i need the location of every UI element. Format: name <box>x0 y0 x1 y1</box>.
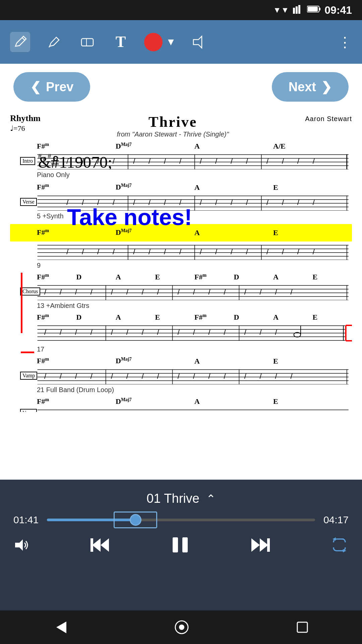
svg-text:/: / <box>148 248 151 256</box>
svg-marker-177 <box>15 539 23 551</box>
svg-marker-184 <box>260 538 268 552</box>
staff-row-verse1: F#m DMaj7 A E Verse //// //// //// //// <box>10 183 352 220</box>
svg-text:/: / <box>148 198 151 207</box>
record-button[interactable] <box>144 33 163 51</box>
pen-tool-button[interactable] <box>10 32 30 52</box>
svg-text:/: / <box>275 372 278 380</box>
svg-text:/: / <box>126 328 129 337</box>
recent-nav-button[interactable] <box>296 621 309 634</box>
svg-text:/: / <box>97 157 100 166</box>
svg-text:/: / <box>113 198 115 207</box>
svg-text:/: / <box>297 157 300 166</box>
next-label: Next <box>289 80 316 94</box>
svg-text:/: / <box>97 248 100 256</box>
svg-text:/: / <box>266 248 269 256</box>
svg-text:/: / <box>193 372 195 380</box>
status-time: 09:41 <box>324 4 352 16</box>
svg-text:#: # <box>38 153 42 160</box>
svg-text:/: / <box>178 372 180 380</box>
volume-button[interactable] <box>13 537 30 553</box>
svg-text:/: / <box>142 288 144 296</box>
svg-text:/: / <box>66 248 69 256</box>
svg-text:/: / <box>66 198 69 207</box>
svg-text:/: / <box>113 157 115 166</box>
svg-text:/: / <box>113 248 115 256</box>
back-nav-button[interactable] <box>53 620 68 635</box>
svg-rect-181 <box>173 537 178 552</box>
bottom-nav-bar <box>0 610 362 644</box>
forward-button[interactable] <box>250 537 270 553</box>
svg-text:/: / <box>282 198 284 207</box>
svg-rect-185 <box>267 538 270 552</box>
signal-icon <box>293 4 303 16</box>
next-button[interactable]: Next ❯ <box>272 72 349 102</box>
row-number-17: 17 <box>37 345 352 353</box>
svg-rect-191 <box>297 622 307 632</box>
svg-text:/: / <box>75 372 77 380</box>
svg-text:/: / <box>231 157 233 166</box>
svg-marker-8 <box>193 36 202 48</box>
svg-text:/: / <box>313 157 315 166</box>
record-dropdown-icon[interactable]: ▼ <box>166 36 176 48</box>
text-tool-button[interactable]: T <box>111 32 131 52</box>
composer-label: Aaron Stewart <box>305 115 352 123</box>
svg-text:/: / <box>82 248 84 256</box>
home-nav-button[interactable] <box>174 620 189 635</box>
highlighted-row: F#m DMaj7 A E //// //// //// //// 9 <box>10 224 352 269</box>
player-expand-icon[interactable]: ⌃ <box>206 492 216 505</box>
svg-text:/: / <box>193 328 195 337</box>
svg-rect-0 <box>293 8 295 14</box>
svg-text:/: / <box>282 157 284 166</box>
marker-tool-button[interactable] <box>44 32 64 52</box>
progress-bar[interactable] <box>47 519 315 521</box>
svg-text:/: / <box>178 328 180 337</box>
svg-text:/: / <box>44 288 47 296</box>
sheet-title: Thrive <box>41 113 305 130</box>
svg-text:/: / <box>111 288 113 296</box>
svg-text:/: / <box>90 328 93 337</box>
svg-text:/: / <box>90 372 93 380</box>
svg-marker-188 <box>56 622 66 633</box>
pause-button[interactable] <box>171 536 189 554</box>
section-note-chorus: 13 +Ambient Gtrs <box>37 302 352 310</box>
svg-text:/: / <box>266 198 269 207</box>
svg-text:/: / <box>164 198 166 207</box>
svg-text:/: / <box>244 328 247 337</box>
svg-marker-178 <box>92 538 101 552</box>
progress-thumb[interactable] <box>130 514 141 526</box>
svg-point-190 <box>179 625 184 630</box>
svg-text:/: / <box>275 288 278 296</box>
svg-text:/: / <box>133 248 135 256</box>
svg-text:/: / <box>200 248 202 256</box>
svg-rect-7 <box>81 39 93 46</box>
svg-marker-179 <box>101 538 109 552</box>
svg-text:/: / <box>148 157 151 166</box>
svg-text:/: / <box>90 288 93 296</box>
svg-text:/: / <box>179 248 182 256</box>
svg-text:/: / <box>224 328 226 337</box>
current-time: 01:41 <box>13 514 40 526</box>
svg-text:/: / <box>142 372 144 380</box>
svg-text:/: / <box>224 288 226 296</box>
svg-text:/: / <box>111 372 113 380</box>
svg-text:/: / <box>157 288 160 296</box>
svg-text:/: / <box>275 328 278 337</box>
svg-text:/: / <box>215 248 218 256</box>
repeat-button[interactable] <box>330 536 349 554</box>
volume-slider-icon[interactable] <box>189 32 209 52</box>
svg-text:/: / <box>297 198 300 207</box>
svg-text:/: / <box>200 198 202 207</box>
total-time: 04:17 <box>322 514 349 526</box>
staff-row-chorus: F#m D A E F#m D A E Chorus //// //// <box>10 273 352 310</box>
svg-text:/: / <box>215 157 218 166</box>
rewind-button[interactable] <box>90 537 111 553</box>
prev-button[interactable]: ❮ Prev <box>13 72 90 102</box>
svg-rect-6 <box>308 7 318 11</box>
eraser-tool-button[interactable] <box>77 32 97 52</box>
svg-text:/: / <box>157 372 160 380</box>
svg-text:/: / <box>231 198 233 207</box>
svg-text:/: / <box>60 372 62 380</box>
player-title-row: 01 Thrive ⌃ <box>13 486 349 511</box>
svg-text:c: c <box>53 153 58 163</box>
more-options-button[interactable]: ⋮ <box>338 34 352 50</box>
